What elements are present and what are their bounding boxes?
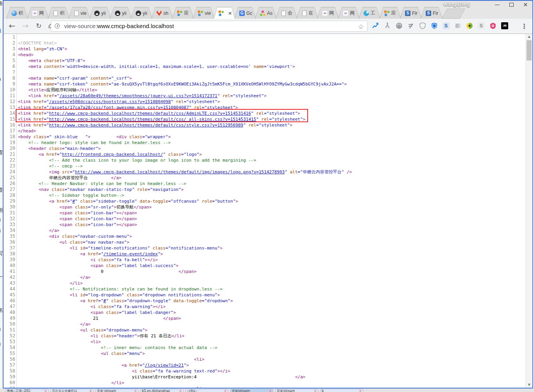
line-number: 39 xyxy=(4,257,15,263)
line-number-gutter: 1234567891011121314151617181920212223242… xyxy=(4,34,15,388)
tab[interactable]: 工 xyxy=(358,7,380,19)
source-line: <span class="icon-bar"></span> xyxy=(18,222,525,228)
tab-strip: 积∞网积vieyiiyiiyiish应vie×GGcAs会在∞网∞网工应SFir… xyxy=(6,7,441,19)
address-bar[interactable]: i view-source:www.cmcp-backend.localhost… xyxy=(51,21,367,32)
scroll-down-arrow[interactable]: ▼ xyxy=(526,382,532,388)
background-text-fragment: 用 xyxy=(0,207,3,214)
source-line: <meta name="csrf-param" content="_csrf"> xyxy=(18,75,525,81)
background-tab-close-icon[interactable]: × xyxy=(359,389,362,392)
page-info-icon[interactable]: i xyxy=(55,23,60,29)
background-tab-close-icon[interactable]: × xyxy=(179,389,182,392)
source-line: </head> xyxy=(18,128,525,134)
tab[interactable]: ∞网 xyxy=(27,7,49,19)
gray-ball-extension-icon[interactable] xyxy=(395,21,403,30)
line-number: 23 xyxy=(4,163,15,169)
background-tab-close-icon[interactable]: × xyxy=(224,389,227,392)
tab[interactable]: yii xyxy=(89,7,111,19)
s-gray-extension-icon[interactable]: S xyxy=(477,21,486,30)
reload-button[interactable]: ↻ xyxy=(33,20,44,32)
tab-label: Fir xyxy=(433,11,438,16)
tab[interactable]: SFir xyxy=(400,7,422,19)
url-text: view-source:www.cmcp-backend.localhost xyxy=(64,21,174,31)
tab[interactable]: 应 xyxy=(379,7,401,19)
source-line: <!-- inner menu: contains the actual dat… xyxy=(18,345,525,351)
pink-shield-extension-icon[interactable] xyxy=(489,21,497,30)
source-line: </li> xyxy=(18,380,525,386)
tab[interactable]: 应 xyxy=(172,7,194,19)
tab[interactable]: GGc xyxy=(234,7,256,19)
scroll-up-arrow[interactable]: ▲ xyxy=(526,34,532,39)
tab[interactable]: yii xyxy=(131,7,152,19)
shield-outline-extension-icon[interactable] xyxy=(418,21,427,30)
tab[interactable]: ∞网 xyxy=(338,7,360,19)
background-text-fragment: 看 xyxy=(0,149,3,156)
line-number: 10 xyxy=(4,87,15,93)
s-blue-extension-icon[interactable]: S xyxy=(442,21,450,30)
tab-label: sh xyxy=(163,11,168,16)
tab[interactable]: ∞网 xyxy=(317,7,339,19)
background-tab[interactable]: ×开发istream xyxy=(275,389,318,392)
tab[interactable]: 会 xyxy=(276,7,297,19)
background-tab[interactable]: ×开发:istream xyxy=(95,389,138,392)
tab[interactable]: As xyxy=(255,7,277,19)
background-text-fragment: 3 xyxy=(0,228,1,234)
columns-extension-icon[interactable] xyxy=(453,21,462,30)
forward-button[interactable]: → xyxy=(20,20,31,32)
source-link[interactable]: http://www.cmcp-backend.localhost/themes… xyxy=(75,169,285,175)
scrollbar[interactable]: ▲ ▼ xyxy=(525,34,532,388)
tab[interactable]: 积 xyxy=(6,7,28,19)
line-number: 51 xyxy=(4,327,15,333)
background-tab[interactable]: ×b5.en.dishanghao xyxy=(140,389,183,392)
line-number: 21 xyxy=(4,151,15,157)
background-tab-close-icon[interactable]: × xyxy=(89,389,92,392)
new-tab-button[interactable] xyxy=(442,9,465,19)
strokes-extension-icon[interactable] xyxy=(407,21,415,30)
source-link[interactable]: http://frontend.cmcp-backend.localhost/ xyxy=(62,152,163,157)
flow-branch-extension-icon[interactable] xyxy=(383,21,392,30)
tab[interactable]: vie xyxy=(68,7,90,19)
browser-menu-icon[interactable]: ⋮ xyxy=(520,20,528,32)
background-tab[interactable]: ×开发istream xyxy=(230,389,273,392)
tab[interactable]: sh xyxy=(151,7,173,19)
jetbrains-extension-icon[interactable]: JB xyxy=(500,21,509,30)
minimize-button[interactable]: — xyxy=(491,1,503,9)
shield-blue-extension-icon[interactable] xyxy=(430,21,439,30)
tab[interactable]: 积 xyxy=(48,7,70,19)
tab-label: 积 xyxy=(18,10,23,16)
source-link[interactable]: /timeline-event/index xyxy=(104,251,158,257)
sync-circle-extension-icon[interactable] xyxy=(465,21,474,30)
tab[interactable]: yii xyxy=(110,7,132,19)
tab[interactable]: 在 xyxy=(296,7,318,19)
background-tab-close-icon[interactable]: × xyxy=(134,389,137,392)
tab[interactable]: SFir xyxy=(421,7,443,19)
source-link[interactable]: /log/view?id=21 xyxy=(145,363,184,368)
background-tab[interactable]: ×与古今人外修可以 xyxy=(50,389,93,392)
background-tab-close-icon[interactable]: × xyxy=(269,389,272,392)
back-button[interactable]: ← xyxy=(7,20,18,32)
scroll-thumb[interactable] xyxy=(527,40,532,61)
github-icon xyxy=(115,11,120,16)
tab[interactable]: vie xyxy=(193,7,215,19)
maximize-button[interactable] xyxy=(505,1,517,9)
background-tab[interactable]: ×b xyxy=(320,389,363,392)
source-link[interactable]: http://www.cmcp-backend.localhost/themes… xyxy=(49,123,244,128)
tab-active[interactable]: × xyxy=(213,7,235,19)
background-tab[interactable]: ×图相--工现--201: xyxy=(5,389,48,392)
source-link[interactable]: # xyxy=(72,199,75,204)
background-tab-close-icon[interactable]: × xyxy=(44,389,47,392)
source-line: <span class="sr-only">切换导航</span> xyxy=(18,204,525,210)
source-line: <a href="/timeline-event/index"> xyxy=(18,251,525,257)
trend-line-extension-icon[interactable] xyxy=(371,21,380,30)
background-tab[interactable]: ×--ritis-- xyxy=(185,389,228,392)
tab-close-icon[interactable]: × xyxy=(228,11,232,16)
bookmark-star-icon[interactable]: ☆ xyxy=(358,22,364,31)
source-line: <!DOCTYPE html> xyxy=(18,40,525,46)
source-line: yii\base\ErrorException:4 </a> xyxy=(18,374,525,380)
background-tab-close-icon[interactable]: × xyxy=(314,389,317,392)
tab-label: 在 xyxy=(308,10,313,16)
line-number: 31 xyxy=(4,210,15,216)
source-link[interactable]: /assets/e508dcca/css/bootstrap.css?v=151… xyxy=(49,99,171,104)
close-window-button[interactable]: ✕ xyxy=(520,1,531,9)
app-squares-icon xyxy=(198,11,203,16)
source-link[interactable]: /assets/28a60e49/themes/smoothness/jquer… xyxy=(59,93,217,98)
